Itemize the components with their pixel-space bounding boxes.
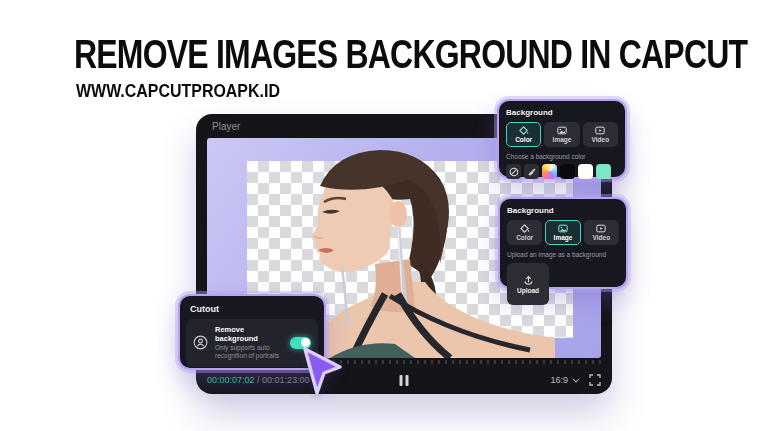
image-icon [557, 126, 567, 135]
portrait-icon [193, 335, 208, 350]
tab-color[interactable]: Color [506, 122, 541, 147]
tab-color[interactable]: Color [507, 220, 542, 245]
tab-video[interactable]: Video [584, 220, 619, 245]
option-description: Only supports auto recognition of portra… [215, 344, 283, 361]
video-icon [596, 224, 606, 233]
player-controls: 00:00:07:02 / 00:01:23:00 16:9 [207, 370, 601, 390]
aspect-ratio-selector[interactable]: 16:9 [550, 375, 577, 385]
upload-label: Upload [517, 287, 539, 294]
tab-label: Video [592, 136, 610, 143]
tab-image[interactable]: Image [544, 122, 579, 147]
background-tabs: Color Image Video [507, 220, 619, 245]
page-subtitle: WWW.CAPCUTPROAPK.ID [76, 80, 280, 102]
pause-button[interactable] [400, 375, 409, 386]
option-label: Remove background [215, 325, 283, 343]
panel-title: Background [506, 108, 618, 117]
swatch-black[interactable] [560, 164, 575, 179]
swatch-mint[interactable] [596, 164, 611, 179]
panel-title: Background [507, 206, 619, 215]
tab-video[interactable]: Video [583, 122, 618, 147]
tab-label: Color [516, 234, 533, 241]
upload-hint: Upload an image as a background [507, 251, 619, 258]
tab-label: Image [553, 136, 572, 143]
eyedropper-icon [527, 167, 537, 177]
timecode: 00:00:07:02 / 00:01:23:00 [207, 375, 310, 385]
background-panel-image: Background Color Image [498, 197, 628, 289]
swatch-eyedropper[interactable] [524, 164, 539, 179]
tab-label: Video [593, 234, 611, 241]
video-icon [595, 126, 605, 135]
page: REMOVE IMAGES BACKGROUND IN CAPCUT WWW.C… [0, 0, 768, 431]
no-color-icon [509, 167, 519, 177]
swatch-white[interactable] [578, 164, 593, 179]
background-tabs: Color Image Video [506, 122, 618, 147]
color-bucket-icon [520, 224, 530, 233]
tab-image[interactable]: Image [545, 220, 580, 245]
page-title: REMOVE IMAGES BACKGROUND IN CAPCUT [74, 32, 747, 77]
swatch-rainbow[interactable] [542, 164, 557, 179]
panel-title: Cutout [190, 304, 318, 314]
color-hint: Choose a background color [506, 153, 618, 160]
current-time: 00:00:07:02 [207, 375, 255, 385]
tab-label: Color [515, 136, 532, 143]
pause-icon [406, 375, 409, 386]
cursor-icon [299, 345, 345, 399]
upload-icon [523, 274, 534, 285]
swatch-row [506, 164, 618, 179]
ratio-label: 16:9 [550, 375, 568, 385]
pause-icon [400, 375, 403, 386]
color-bucket-icon [519, 126, 529, 135]
chevron-down-icon [572, 375, 579, 382]
player-label: Player [212, 121, 240, 132]
fullscreen-button[interactable] [589, 374, 601, 386]
tab-label: Image [554, 234, 573, 241]
background-panel-color: Background Color Image [497, 99, 627, 179]
image-icon [558, 224, 568, 233]
upload-button[interactable]: Upload [507, 263, 549, 305]
swatch-none[interactable] [506, 164, 521, 179]
